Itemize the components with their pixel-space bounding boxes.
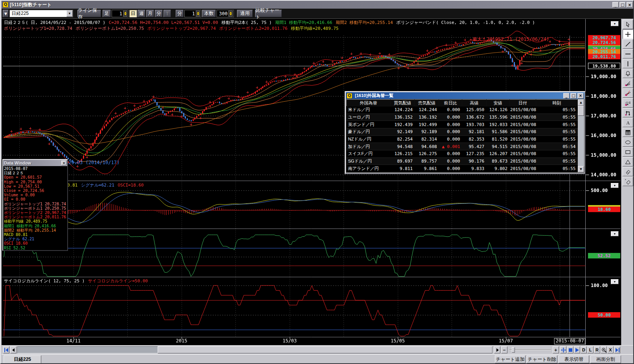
forex-row[interactable]: スイスF／円126.215126.2750.000127.235126.2072… (347, 150, 578, 157)
maximize-icon[interactable]: □ (619, 2, 626, 7)
tool-trend-strike-button[interactable] (623, 88, 633, 98)
minimize-icon[interactable]: _ (612, 2, 619, 7)
forex-row[interactable]: 米ドル／円124.224124.2440.000125.050124.12620… (347, 106, 578, 114)
tool-diagonal-line-button[interactable] (623, 39, 633, 49)
pan-button[interactable] (560, 346, 566, 353)
triangle-tool-icon (625, 159, 631, 165)
forex-column-header[interactable]: 買気配値 (390, 100, 415, 106)
forex-column-header[interactable]: 安値 (486, 100, 509, 106)
tool-fan-lines-button[interactable] (623, 79, 633, 88)
tool-grid-table-button[interactable] (623, 128, 633, 137)
zoom-in-button[interactable]: + (553, 346, 559, 353)
forex-column-header[interactable]: 売気配値 (415, 100, 439, 106)
play-button[interactable] (574, 346, 580, 353)
forex-row[interactable]: 英ポンド／円192.439192.4990.000193.703192.0332… (347, 121, 578, 128)
tool-crosshair-button[interactable] (623, 29, 633, 39)
forex-cell: 2015/08/08 (509, 106, 536, 114)
maximize-icon[interactable]: □ (570, 93, 577, 99)
symbol-combo[interactable]: 日経225 ▼ (9, 10, 73, 17)
forex-column-header[interactable]: 時刻 (536, 100, 578, 106)
header-segment: サイコロジカルライン( 12, 75, 25 ) (4, 278, 87, 284)
tool-triangle-tool-button[interactable] (623, 157, 633, 166)
scroll-up-icon[interactable]: ▲ (578, 99, 584, 106)
forex-row[interactable]: ユーロ／円136.152136.1920.000136.672135.59620… (347, 113, 578, 121)
tool-quote-list-button[interactable]: Q (623, 98, 633, 108)
scrollbar-thumb[interactable] (578, 106, 584, 116)
forex-row[interactable]: SGドル／円89.69789.7570.00090.17689.6732015/… (347, 157, 578, 165)
stop-button[interactable] (567, 346, 573, 353)
toggle-view-button[interactable]: 表示切替 (559, 355, 589, 363)
bar-type-weekly[interactable]: 週 (138, 10, 145, 17)
bar-interval-input[interactable]: 1 (112, 10, 129, 17)
zoom-slider-handle[interactable] (512, 347, 515, 353)
tool-eraser-all-button[interactable]: * (623, 177, 633, 186)
forex-cell: 0.000 (439, 165, 462, 172)
scroll-right-icon[interactable] (494, 346, 500, 353)
zoom-out-button[interactable]: − (501, 346, 507, 353)
forex-column-header[interactable]: 高値 (462, 100, 486, 106)
line-save-button[interactable]: ライン保存 (77, 10, 101, 17)
scroll-last-button[interactable] (614, 346, 620, 353)
spinner-icon[interactable] (228, 11, 233, 16)
scroll-first-button[interactable] (3, 346, 9, 353)
tool-pointer-button[interactable] (623, 20, 633, 29)
svg-text:*: * (625, 179, 626, 181)
symbol-tab[interactable]: 日経225 (4, 355, 41, 364)
tool-ellipse-tool-button[interactable] (623, 137, 633, 147)
close-icon[interactable]: × (61, 161, 66, 165)
day-mode-button[interactable]: D (581, 346, 587, 353)
forex-cell: ユーロ／円 (347, 113, 391, 121)
tool-vertical-line-button[interactable] (623, 59, 633, 68)
close-icon[interactable]: × (627, 2, 633, 7)
compare-chart-button[interactable]: 比較チャート (255, 10, 282, 17)
add-chart-button[interactable]: チャート追加 (495, 355, 526, 363)
forex-row[interactable]: NZドル／円82.25482.3140.00082.35381.5202015/… (347, 135, 578, 143)
spinner-icon[interactable] (123, 11, 127, 16)
minute-input[interactable]: 1 (184, 10, 201, 17)
main-panel-dropdown[interactable]: ▼ (611, 21, 619, 26)
forex-cell: 2015/08/08 (509, 165, 536, 172)
scrollbar-thumb[interactable] (158, 346, 492, 353)
close-chart-button[interactable]: X (607, 346, 614, 353)
scroll-left-icon[interactable] (10, 346, 17, 353)
rsi-panel-dropdown[interactable]: ▼ (611, 231, 619, 236)
scroll-down-icon[interactable]: ▼ (578, 166, 584, 172)
bar-type-monthly[interactable]: 月 (146, 10, 154, 17)
delete-chart-button[interactable]: チャート削除 (527, 355, 557, 363)
forex-column-header[interactable]: 日付 (509, 100, 536, 106)
forex-column-header[interactable]: 外国為替 (347, 100, 391, 106)
tool-rectangle-tool-button[interactable] (623, 147, 633, 157)
chevron-down-icon[interactable]: ▼ (66, 10, 73, 17)
macd-panel-dropdown[interactable]: ▼ (611, 183, 619, 188)
forex-row[interactable]: 南アランド／円9.8119.8610.0009.8339.8022015/08/… (347, 165, 578, 172)
zoom-slider[interactable] (509, 349, 551, 350)
forex-scrollbar[interactable]: ▲ ▼ (578, 99, 584, 172)
split-screen-button[interactable]: 画面分割 (590, 355, 621, 363)
symbol-history-dropdown[interactable]: ▼ (3, 10, 9, 17)
psych-panel-dropdown[interactable]: ▼ (611, 279, 619, 284)
close-icon[interactable]: × (577, 93, 584, 99)
spinner-icon[interactable] (196, 11, 200, 16)
tool-horizontal-line-button[interactable] (623, 49, 633, 59)
apply-button[interactable]: 適用 (237, 10, 253, 17)
data-window-line: MACD 80.81 (4, 232, 66, 237)
bar-type-daily[interactable]: 日 (129, 10, 137, 17)
tool-eraser-button[interactable] (623, 167, 633, 176)
tool-alert-bell-button[interactable] (623, 69, 633, 78)
tool-loop-arrows-button[interactable] (623, 108, 633, 117)
tool-text-a-button[interactable]: A (623, 118, 633, 127)
forex-cell: 124.224 (390, 106, 415, 114)
forex-window-titlebar[interactable]: Q [1610]外国為替一覧 _ □ × (346, 92, 584, 99)
bar-type-tick[interactable]: T (164, 10, 171, 17)
forex-row[interactable]: 豪ドル／円92.14992.1890.00092.18191.5862015/0… (347, 128, 578, 135)
forex-table-body: 米ドル／円124.224124.2440.000125.050124.12620… (347, 106, 578, 172)
bars-count-input[interactable]: 300 (217, 10, 234, 17)
bar-type-minute[interactable]: 分 (155, 10, 163, 17)
zoom-magnifier-icon[interactable] (601, 346, 607, 353)
forex-row[interactable]: 加ドル／円94.54894.608▲ 0.00195.42794.5152015… (347, 143, 578, 150)
forex-column-header[interactable]: 前日比 (439, 100, 462, 106)
reset-button[interactable]: R (594, 346, 600, 353)
minimize-icon[interactable]: _ (563, 93, 570, 99)
line-mode-button[interactable]: L (587, 346, 594, 353)
data-window-titlebar[interactable]: Data Window × (3, 160, 67, 166)
